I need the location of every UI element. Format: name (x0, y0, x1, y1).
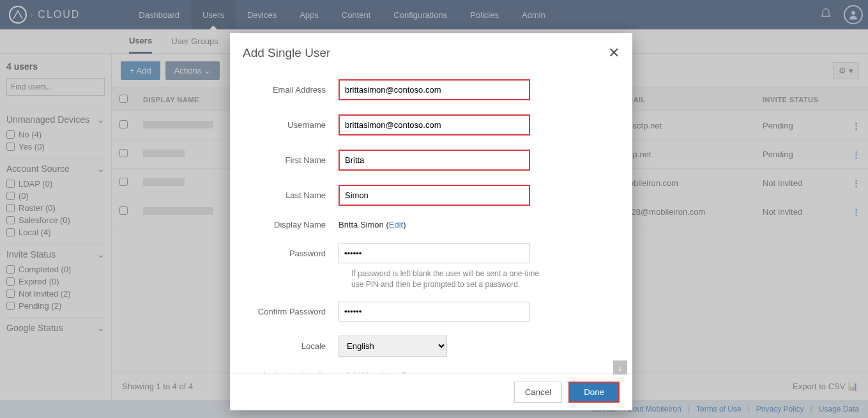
label-password: Password (249, 249, 339, 258)
modal-title: Add Single User (243, 46, 330, 60)
password-input[interactable] (339, 244, 530, 263)
scroll-down-button[interactable]: ↓ (613, 360, 627, 375)
username-input[interactable] (339, 114, 530, 135)
email-input[interactable] (339, 79, 530, 100)
arrow-down-icon: ↓ (618, 363, 623, 373)
label-display: Display Name (249, 220, 339, 229)
locale-select[interactable]: English (339, 336, 447, 357)
confirm-password-input[interactable] (339, 302, 530, 321)
done-button[interactable]: Done (568, 382, 620, 403)
add-user-modal: Add Single User ✕ Email Address Username… (230, 33, 632, 410)
first-name-input[interactable] (339, 150, 530, 171)
close-button[interactable]: ✕ (608, 45, 620, 61)
label-confirm: Confirm Password (249, 307, 339, 316)
password-helper-text: If password is left blank the user will … (351, 268, 549, 290)
last-name-input[interactable] (339, 185, 530, 206)
edit-display-name-link[interactable]: Edit (389, 220, 403, 229)
cancel-button[interactable]: Cancel (514, 382, 563, 403)
label-locale: Locale (249, 341, 339, 351)
label-last: Last Name (249, 190, 339, 200)
label-email: Email Address (249, 85, 339, 95)
label-username: Username (249, 120, 339, 130)
display-name-value: Britta Simon (339, 220, 384, 229)
close-icon: ✕ (608, 45, 620, 61)
label-first: First Name (249, 155, 339, 165)
